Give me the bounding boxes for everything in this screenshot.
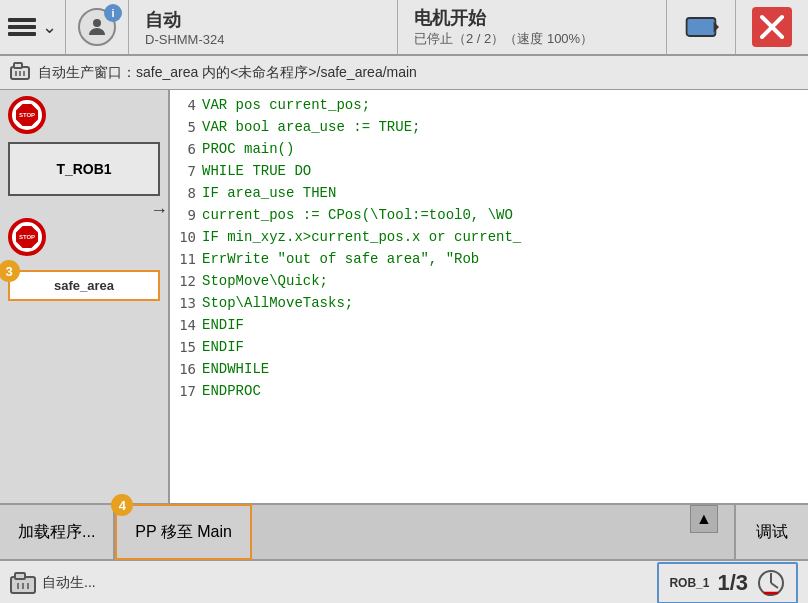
line-code: ENDWHILE (202, 358, 808, 380)
code-line-row: 5 VAR bool area_use := TRUE; (170, 116, 808, 138)
close-icon (758, 13, 786, 41)
main-area: STOP T_ROB1 → STOP 3 safe_area (0, 90, 808, 503)
mode-status: 自动 D-SHMM-324 (129, 0, 398, 54)
breadcrumb: 自动生产窗口：safe_area 内的<未命名程序>/safe_area/mai… (0, 56, 808, 90)
line-number: 13 (170, 292, 202, 314)
motion-icon (756, 568, 786, 598)
svg-rect-11 (15, 573, 25, 579)
badge-4: 4 (111, 494, 133, 516)
signal-icon-btn[interactable] (667, 0, 736, 54)
code-line-row: 17 ENDPROC (170, 380, 808, 402)
user-area[interactable]: i (66, 0, 129, 54)
line-number: 6 (170, 138, 202, 160)
stop-sign-1: STOP (0, 90, 168, 140)
line-code: StopMove\Quick; (202, 270, 808, 292)
current-line-arrow: → (150, 200, 168, 221)
code-line-row: 8 IF area_use THEN (170, 182, 808, 204)
code-lines: 4 VAR pos current_pos;5 VAR bool area_us… (170, 90, 808, 406)
stop-text-1: STOP (19, 112, 35, 118)
line-number: 15 (170, 336, 202, 358)
code-line-row: 15 ENDIF (170, 336, 808, 358)
line-number: 17 (170, 380, 202, 402)
line-code: ENDIF (202, 336, 808, 358)
code-line-row: 14 ENDIF (170, 314, 808, 336)
code-line-row: 10 IF min_xyz.x>current_pos.x or current… (170, 226, 808, 248)
line-number: 4 (170, 94, 202, 116)
line-code: VAR pos current_pos; (202, 94, 808, 116)
user-icon-wrap: i (78, 8, 116, 46)
device-label: D-SHMM-324 (145, 32, 381, 47)
line-code: current_pos := CPos(\Tool:=tool0, \WO (202, 204, 808, 226)
scroll-up-button[interactable]: ▲ (690, 505, 718, 533)
status-left: 自动生... (10, 572, 96, 594)
pp-main-button[interactable]: PP 移至 Main (115, 504, 252, 560)
safe-area-section: 3 safe_area (0, 270, 168, 301)
left-panel: STOP T_ROB1 → STOP 3 safe_area (0, 90, 170, 503)
line-code: WHILE TRUE DO (202, 160, 808, 182)
motor-on-label: 电机开始 (414, 6, 650, 30)
code-panel: 4 VAR pos current_pos;5 VAR bool area_us… (170, 90, 808, 503)
safe-area-box: safe_area (8, 270, 160, 301)
code-line-row: 13 Stop\AllMoveTasks; (170, 292, 808, 314)
svg-point-0 (93, 19, 101, 27)
auto-status-label: 自动生... (42, 574, 96, 592)
line-number: 7 (170, 160, 202, 182)
line-number: 16 (170, 358, 202, 380)
close-area[interactable] (736, 0, 808, 54)
load-program-button[interactable]: 加载程序... (0, 505, 115, 559)
status-bar: 自动生... ROB_1 1/3 (0, 559, 808, 603)
close-button[interactable] (752, 7, 792, 47)
line-number: 9 (170, 204, 202, 226)
line-code: PROC main() (202, 138, 808, 160)
chevron-down-icon[interactable]: ⌄ (42, 16, 57, 38)
breadcrumb-icon (10, 62, 30, 83)
pp-btn-wrap: 4 PP 移至 Main (115, 504, 252, 560)
auto-status-icon (10, 572, 36, 594)
line-number: 14 (170, 314, 202, 336)
safe-area-label: safe_area (54, 278, 114, 293)
line-code: ErrWrite "out of safe area", "Rob (202, 248, 808, 270)
mode-label: 自动 (145, 8, 381, 32)
breadcrumb-text: 自动生产窗口：safe_area 内的<未命名程序>/safe_area/mai… (38, 64, 417, 82)
line-code: IF area_use THEN (202, 182, 808, 204)
line-number: 11 (170, 248, 202, 270)
menu-area[interactable]: ⌄ (0, 0, 66, 54)
info-badge: i (104, 4, 122, 22)
debug-button[interactable]: 调试 (734, 505, 808, 559)
signal-icon (683, 9, 719, 45)
header-bar: ⌄ i 自动 D-SHMM-324 电机开始 已停止（2 / 2）（速度 100… (0, 0, 808, 56)
line-number: 12 (170, 270, 202, 292)
code-line-row: 4 VAR pos current_pos; (170, 94, 808, 116)
stop-text-2: STOP (19, 234, 35, 240)
line-code: VAR bool area_use := TRUE; (202, 116, 808, 138)
rob1-status-label: ROB_1 (669, 576, 709, 590)
rob1-status-box: ROB_1 1/3 (657, 562, 798, 603)
line-code: ENDIF (202, 314, 808, 336)
svg-rect-1 (687, 18, 716, 36)
code-line-row: 7 WHILE TRUE DO (170, 160, 808, 182)
line-code: IF min_xyz.x>current_pos.x or current_ (202, 226, 808, 248)
rob1-label: T_ROB1 (56, 161, 111, 177)
motor-status: 电机开始 已停止（2 / 2）（速度 100%） (398, 0, 667, 54)
rob1-box: T_ROB1 (8, 142, 160, 196)
fraction-display: 1/3 (717, 570, 748, 596)
line-code: Stop\AllMoveTasks; (202, 292, 808, 314)
motor-detail-label: 已停止（2 / 2）（速度 100%） (414, 30, 650, 48)
code-line-row: 12 StopMove\Quick; (170, 270, 808, 292)
svg-rect-6 (14, 63, 22, 68)
line-number: 8 (170, 182, 202, 204)
hamburger-icon[interactable] (8, 18, 36, 36)
svg-line-17 (771, 583, 778, 588)
code-line-row: 9 current_pos := CPos(\Tool:=tool0, \WO (170, 204, 808, 226)
stop-sign-2: STOP (0, 212, 168, 262)
line-number: 5 (170, 116, 202, 138)
code-line-row: 6 PROC main() (170, 138, 808, 160)
code-line-row: 16 ENDWHILE (170, 358, 808, 380)
bottom-toolbar: ▲ 加载程序... 4 PP 移至 Main 调试 (0, 503, 808, 559)
line-number: 10 (170, 226, 202, 248)
line-code: ENDPROC (202, 380, 808, 402)
code-line-row: 11 ErrWrite "out of safe area", "Rob (170, 248, 808, 270)
